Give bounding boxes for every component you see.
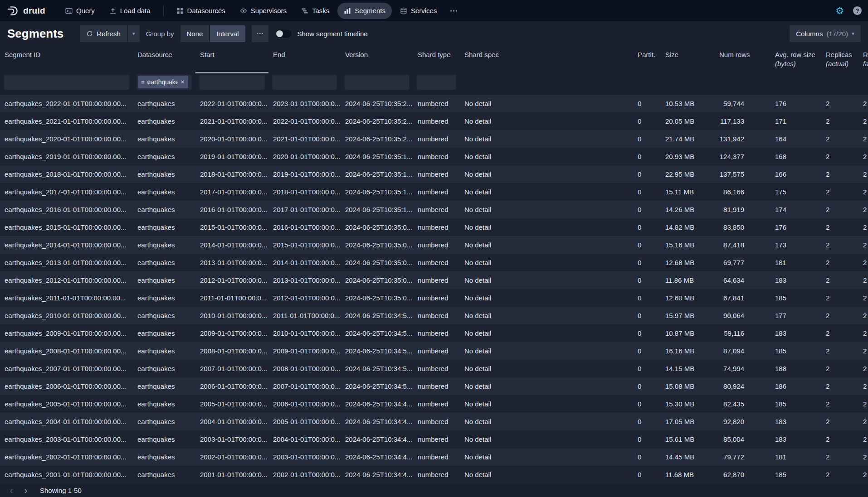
- cell-replicas: 2: [821, 95, 858, 112]
- table-row[interactable]: earthquakes_2006-01-01T00:00:00.00...ear…: [0, 377, 868, 395]
- cell-start: 2010-01-01T00:00:0...: [195, 307, 268, 324]
- table-row[interactable]: earthquakes_2005-01-01T00:00:00.00...ear…: [0, 395, 868, 413]
- column-header-shard_type[interactable]: Shard type: [413, 46, 460, 73]
- cell-datasource: earthquakes: [133, 430, 195, 448]
- cell-size: 15.08 MB: [661, 377, 715, 395]
- nav-item-supervisors[interactable]: Supervisors: [234, 3, 293, 19]
- help-icon[interactable]: ?: [853, 6, 862, 15]
- column-header-avg_row_size[interactable]: Avg. row size(bytes): [770, 46, 821, 73]
- column-header-shard_spec[interactable]: Shard spec: [460, 46, 633, 73]
- column-header-num_rows[interactable]: Num rows: [715, 46, 770, 73]
- table-row[interactable]: earthquakes_2013-01-01T00:00:00.00...ear…: [0, 254, 868, 271]
- column-header-replicas[interactable]: Replicas(actual): [821, 46, 858, 73]
- table-row[interactable]: earthquakes_2007-01-01T00:00:00.00...ear…: [0, 360, 868, 377]
- cell-id: earthquakes_2020-01-01T00:00:00.00...: [0, 130, 133, 148]
- filter-input-datasource[interactable]: ≡earthquake✕: [137, 74, 192, 90]
- table-row[interactable]: earthquakes_2003-01-01T00:00:00.00...ear…: [0, 430, 868, 448]
- filter-input-id[interactable]: [4, 74, 129, 90]
- table-row[interactable]: earthquakes_2010-01-01T00:00:00.00...ear…: [0, 307, 868, 324]
- nav-item-services[interactable]: Services: [394, 3, 444, 19]
- group-by-none-button[interactable]: None: [180, 25, 210, 42]
- table-row[interactable]: earthquakes_2021-01-01T00:00:00.00...ear…: [0, 112, 868, 130]
- table-row[interactable]: earthquakes_2009-01-01T00:00:00.00...ear…: [0, 324, 868, 342]
- table-row[interactable]: earthquakes_2022-01-01T00:00:00.00...ear…: [0, 95, 868, 112]
- cell-replication_factor: 2: [858, 395, 868, 413]
- nav-item-query[interactable]: Query: [59, 3, 101, 19]
- table-row[interactable]: earthquakes_2015-01-01T00:00:00.00...ear…: [0, 218, 868, 236]
- next-page-button[interactable]: ›: [19, 485, 33, 497]
- table-row[interactable]: earthquakes_2002-01-01T00:00:00.00...ear…: [0, 448, 868, 466]
- top-navbar: druid Query Load data Datasources Superv…: [0, 0, 868, 21]
- nav-item-tasks[interactable]: Tasks: [295, 3, 336, 19]
- cell-replicas: 2: [821, 201, 858, 218]
- cell-version: 2024-06-25T10:35:1...: [341, 201, 413, 218]
- columns-count: (17/20): [826, 30, 848, 38]
- cell-replicas: 2: [821, 236, 858, 254]
- cell-avg_row_size: 185: [770, 342, 821, 360]
- cell-shard_type: numbered: [413, 254, 460, 271]
- remove-filter-icon[interactable]: ✕: [180, 79, 185, 85]
- cell-partition: 0: [633, 324, 661, 342]
- cell-partition: 0: [633, 95, 661, 112]
- column-header-id[interactable]: Segment ID: [0, 46, 133, 73]
- cell-end: 2010-01-01T00:00:0...: [268, 324, 341, 342]
- cell-replication_factor: 2: [858, 342, 868, 360]
- filter-cell-replication_factor: [858, 73, 868, 95]
- druid-brand[interactable]: druid: [6, 5, 45, 17]
- cell-id: earthquakes_2013-01-01T00:00:00.00...: [0, 254, 133, 271]
- cell-end: 2005-01-01T00:00:0...: [268, 413, 341, 430]
- segment-timeline-toggle[interactable]: [275, 29, 292, 39]
- refresh-interval-caret-button[interactable]: ▾: [128, 25, 140, 42]
- table-row[interactable]: earthquakes_2017-01-01T00:00:00.00...ear…: [0, 183, 868, 201]
- table-row[interactable]: earthquakes_2020-01-01T00:00:00.00...ear…: [0, 130, 868, 148]
- cell-end: 2002-01-01T00:00:0...: [268, 466, 341, 483]
- cell-end: 2006-01-01T00:00:0...: [268, 395, 341, 413]
- prev-page-button[interactable]: ‹: [5, 485, 18, 497]
- cell-replication_factor: 2: [858, 377, 868, 395]
- cell-avg_row_size: 183: [770, 413, 821, 430]
- nav-item-segments[interactable]: Segments: [337, 3, 392, 19]
- column-header-size[interactable]: Size: [661, 46, 715, 73]
- cell-end: 2019-01-01T00:00:0...: [268, 165, 341, 183]
- table-row[interactable]: earthquakes_2019-01-01T00:00:00.00...ear…: [0, 148, 868, 165]
- nav-item-datasources[interactable]: Datasources: [170, 3, 232, 19]
- filter-cell-start: [195, 73, 268, 95]
- cell-partition: 0: [633, 112, 661, 130]
- table-row[interactable]: earthquakes_2016-01-01T00:00:00.00...ear…: [0, 201, 868, 218]
- filter-input-shard_type[interactable]: [417, 74, 456, 90]
- table-row[interactable]: earthquakes_2011-01-01T00:00:00.00...ear…: [0, 289, 868, 307]
- cell-datasource: earthquakes: [133, 360, 195, 377]
- column-header-end[interactable]: End: [268, 46, 341, 73]
- column-header-datasource[interactable]: Datasource: [133, 46, 195, 73]
- gear-icon[interactable]: ⚙: [835, 6, 844, 15]
- navbar-overflow-button[interactable]: ⋯: [445, 6, 462, 16]
- column-header-partition[interactable]: Partit...: [633, 46, 661, 73]
- column-header-start[interactable]: Start: [195, 46, 268, 73]
- columns-button[interactable]: Columns (17/20) ▾: [790, 25, 861, 42]
- more-actions-button[interactable]: ⋯: [252, 25, 268, 42]
- filter-input-end[interactable]: [272, 74, 337, 90]
- table-row[interactable]: earthquakes_2018-01-01T00:00:00.00...ear…: [0, 165, 868, 183]
- navbar-right-actions: ⚙ ?: [835, 6, 862, 15]
- table-row[interactable]: earthquakes_2008-01-01T00:00:00.00...ear…: [0, 342, 868, 360]
- group-by-interval-button[interactable]: Interval: [210, 25, 245, 42]
- nav-item-load-data[interactable]: Load data: [103, 3, 157, 19]
- cell-num_rows: 81,919: [715, 201, 770, 218]
- cell-start: 2021-01-01T00:00:0...: [195, 112, 268, 130]
- cell-avg_row_size: 164: [770, 130, 821, 148]
- table-row[interactable]: earthquakes_2014-01-01T00:00:00.00...ear…: [0, 236, 868, 254]
- column-header-version[interactable]: Version: [341, 46, 413, 73]
- cell-shard_type: numbered: [413, 413, 460, 430]
- table-row[interactable]: earthquakes_2004-01-01T00:00:00.00...ear…: [0, 413, 868, 430]
- table-row[interactable]: earthquakes_2012-01-01T00:00:00.00...ear…: [0, 271, 868, 289]
- group-by-label: Group by: [146, 30, 174, 38]
- column-header-replication_factor[interactable]: Replicationfactor: [858, 46, 868, 73]
- help-glyph: ?: [856, 7, 859, 14]
- cell-replicas: 2: [821, 183, 858, 201]
- table-row[interactable]: earthquakes_2001-01-01T00:00:00.00...ear…: [0, 466, 868, 483]
- filter-input-start[interactable]: [199, 74, 265, 90]
- cell-avg_row_size: 171: [770, 112, 821, 130]
- cell-replicas: 2: [821, 448, 858, 466]
- filter-input-version[interactable]: [344, 74, 410, 90]
- refresh-button[interactable]: Refresh: [80, 25, 127, 42]
